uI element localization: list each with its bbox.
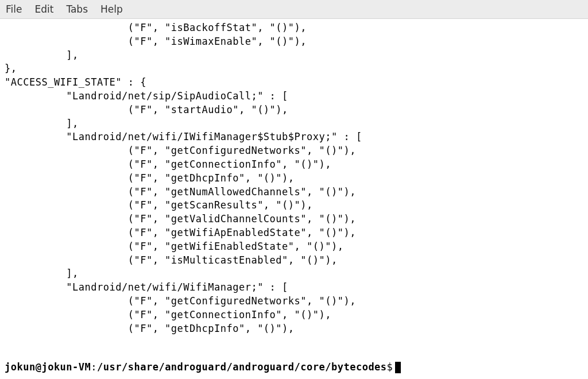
menu-tabs[interactable]: Tabs — [66, 3, 88, 15]
cursor-icon — [395, 362, 401, 373]
prompt-user-host: jokun@jokun-VM — [5, 361, 91, 374]
menu-help[interactable]: Help — [100, 3, 123, 15]
menu-file[interactable]: File — [6, 3, 22, 15]
menubar: File Edit Tabs Help — [0, 0, 588, 19]
menu-edit[interactable]: Edit — [34, 3, 53, 15]
terminal-output[interactable]: ("F", "isBackoffStat", "()"), ("F", "isW… — [0, 19, 588, 361]
prompt-symbol: $ — [387, 361, 393, 374]
prompt-path: /usr/share/androguard/androguard/core/by… — [97, 361, 387, 374]
terminal-prompt[interactable]: jokun@jokun-VM:/usr/share/androguard/and… — [0, 361, 588, 379]
prompt-colon: : — [91, 361, 97, 374]
